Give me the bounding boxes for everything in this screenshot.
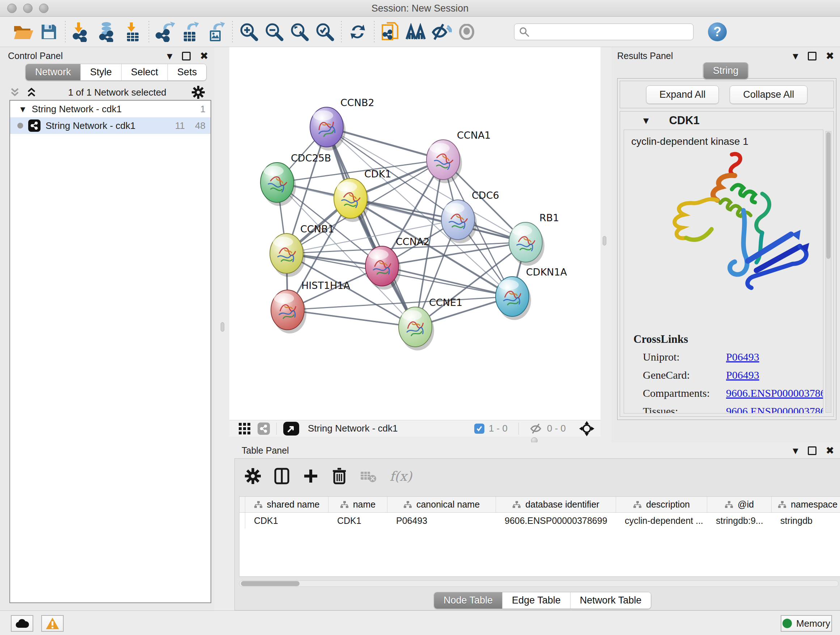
table-cell[interactable]: CDK1 xyxy=(328,513,387,529)
collapse-panel-icon[interactable]: ▼ xyxy=(167,52,172,60)
import-network-button[interactable] xyxy=(69,21,95,43)
network-node-ccna2[interactable] xyxy=(365,246,401,290)
column-header-description[interactable]: description xyxy=(616,497,707,512)
crosslink-genecardlink[interactable]: P06493 xyxy=(726,369,759,381)
gene-collapse-icon[interactable]: ▼ xyxy=(643,116,649,125)
hide-unhide-button[interactable] xyxy=(429,21,454,43)
expand-all-networks-icon[interactable] xyxy=(26,87,37,97)
table-cell[interactable]: 9606.ENSP00000378699 xyxy=(496,513,616,529)
zoom-out-button[interactable] xyxy=(262,21,287,43)
network-node-cdk1[interactable] xyxy=(334,179,369,222)
network-node-rb1[interactable] xyxy=(509,222,545,266)
right-splitter-handle[interactable] xyxy=(603,236,606,245)
network-overview-button[interactable] xyxy=(403,21,429,43)
table-row[interactable]: CDK1CDK1P064939606.ENSP00000378699cyclin… xyxy=(240,513,840,529)
column-header-name[interactable]: name xyxy=(328,497,387,512)
crosslink-compartmentslink[interactable]: 9606.ENSP00000378699 xyxy=(726,387,823,399)
memory-button[interactable]: Memory xyxy=(781,615,832,632)
float-panel-icon[interactable] xyxy=(808,447,816,455)
detach-view-button[interactable] xyxy=(283,422,299,435)
show-columns-icon[interactable] xyxy=(274,467,290,485)
delete-column-icon[interactable] xyxy=(332,467,347,485)
import-table-button[interactable] xyxy=(120,21,145,43)
import-network-from-database-button[interactable] xyxy=(95,21,120,43)
scrollbar-thumb[interactable] xyxy=(241,581,300,586)
selected-checkbox-icon[interactable] xyxy=(474,424,485,434)
collapse-all-button[interactable]: Collapse All xyxy=(729,86,807,104)
collapse-panel-icon[interactable]: ▼ xyxy=(793,52,798,60)
close-panel-icon[interactable]: ✖ xyxy=(200,50,208,62)
tab-network-table[interactable]: Network Table xyxy=(570,592,651,608)
add-column-icon[interactable] xyxy=(303,468,319,484)
warnings-button[interactable] xyxy=(41,615,64,632)
birds-eye-toggle-icon[interactable] xyxy=(579,421,595,437)
tab-sets[interactable]: Sets xyxy=(168,64,206,80)
column-header-canonical-name[interactable]: canonical name xyxy=(387,497,496,512)
network-row[interactable]: String Network - cdk1 11 48 xyxy=(10,117,210,134)
tab-node-table[interactable]: Node Table xyxy=(434,592,502,608)
show-graphics-details-button[interactable] xyxy=(454,21,479,43)
open-session-button[interactable] xyxy=(11,21,36,43)
network-view-mode-icon[interactable] xyxy=(257,423,270,435)
network-graph[interactable]: CCNB2CCNA1CDC25BCDK1CDC6RB1CCNB1CCNA2CDK… xyxy=(229,47,600,420)
help-button[interactable]: ? xyxy=(708,22,727,41)
network-node-ccnb1[interactable] xyxy=(270,233,305,277)
results-scrollbar[interactable] xyxy=(826,131,831,413)
table-cell[interactable]: P06493 xyxy=(387,513,496,529)
export-table-button[interactable] xyxy=(178,21,203,43)
column-header-id[interactable]: @id xyxy=(707,497,772,512)
float-panel-icon[interactable] xyxy=(182,52,191,60)
tab-string[interactable]: String xyxy=(704,63,748,79)
save-session-button[interactable] xyxy=(36,21,62,43)
gene-section-header[interactable]: ▼ CDK1 xyxy=(620,111,834,130)
network-node-cdkn1a[interactable] xyxy=(496,277,531,320)
network-edge[interactable] xyxy=(327,127,415,327)
crosslink-uniprotlink[interactable]: P06493 xyxy=(726,351,759,363)
network-node-cdc25b[interactable] xyxy=(261,163,296,206)
scrollbar-thumb[interactable] xyxy=(826,132,831,259)
cloud-button[interactable] xyxy=(11,615,33,632)
network-node-hist1h1a[interactable] xyxy=(271,290,306,333)
close-panel-icon[interactable]: ✖ xyxy=(826,50,834,62)
grid-view-icon[interactable] xyxy=(238,422,251,435)
network-collection-row[interactable]: ▼ String Network - cdk1 1 xyxy=(10,101,210,117)
float-panel-icon[interactable] xyxy=(808,52,816,60)
collapse-panel-icon[interactable]: ▼ xyxy=(793,447,798,455)
table-cell[interactable]: CDK1 xyxy=(245,513,328,529)
search-input[interactable] xyxy=(530,27,685,37)
network-view-canvas[interactable]: CCNB2CCNA1CDC25BCDK1CDC6RB1CCNB1CCNA2CDK… xyxy=(229,47,600,420)
expand-all-button[interactable]: Expand All xyxy=(646,86,719,104)
network-node-ccna1[interactable] xyxy=(426,140,462,183)
zoom-in-button[interactable] xyxy=(236,21,262,43)
export-network-button[interactable] xyxy=(153,21,178,43)
close-panel-icon[interactable]: ✖ xyxy=(826,445,834,456)
network-node-ccnb2[interactable] xyxy=(310,107,346,150)
tab-network[interactable]: Network xyxy=(26,64,81,80)
column-header-database-identifier[interactable]: database identifier xyxy=(496,497,616,512)
zoom-selected-button[interactable] xyxy=(312,21,338,43)
column-header-shared-name[interactable]: shared name xyxy=(245,497,328,512)
tree-expand-icon[interactable]: ▼ xyxy=(20,105,25,113)
tab-edge-table[interactable]: Edge Table xyxy=(502,592,570,608)
table-cell[interactable]: cyclin-dependent ... xyxy=(616,513,707,529)
crosslink-tissueslink[interactable]: 9606.ENSP00000378699 xyxy=(726,405,823,413)
zoom-fit-button[interactable] xyxy=(287,21,312,43)
node-table[interactable]: shared name name canonical name database… xyxy=(239,496,840,577)
network-edge[interactable] xyxy=(287,310,415,327)
clone-network-button[interactable] xyxy=(378,21,403,43)
tab-select[interactable]: Select xyxy=(122,64,168,80)
table-cell[interactable]: stringdb:9... xyxy=(707,513,772,529)
export-image-button[interactable] xyxy=(203,21,229,43)
search-field[interactable] xyxy=(514,24,693,40)
table-options-gear-icon[interactable] xyxy=(245,468,261,484)
collapse-all-networks-icon[interactable] xyxy=(9,87,20,97)
table-cell[interactable]: stringdb xyxy=(772,513,840,529)
table-horizontal-scrollbar[interactable] xyxy=(239,580,838,587)
network-node-ccne1[interactable] xyxy=(399,307,434,350)
network-options-gear-icon[interactable] xyxy=(192,86,205,99)
network-edge[interactable] xyxy=(382,266,512,296)
column-header-namespace[interactable]: namespace xyxy=(772,497,840,512)
left-splitter-handle[interactable] xyxy=(221,322,224,332)
tab-style[interactable]: Style xyxy=(81,64,122,80)
apply-layout-button[interactable] xyxy=(345,21,370,43)
